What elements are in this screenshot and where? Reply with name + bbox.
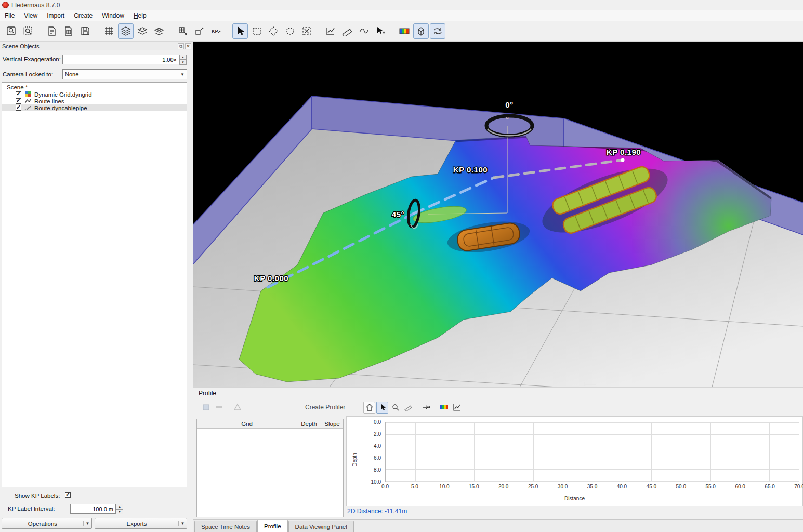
chart-x-tick-label: 20.0 <box>498 484 508 489</box>
chart-gridline-y <box>386 422 799 423</box>
profile-chart-button[interactable] <box>451 402 463 414</box>
profile-zoom-button[interactable] <box>389 402 401 414</box>
shift-grid-tool-button[interactable] <box>175 23 191 39</box>
open-document-button[interactable] <box>61 23 76 39</box>
colormap-button[interactable] <box>397 23 412 39</box>
zoom-tool-button[interactable] <box>4 23 19 39</box>
scene-3d-viewport[interactable]: N 0° 45° KP 0.000 KP 0.100 KP 0.190 <box>193 42 803 387</box>
polygon-select-button[interactable] <box>266 23 281 39</box>
menu-view[interactable]: View <box>19 11 42 20</box>
profile-grid-table[interactable]: Grid Depth Slope <box>196 419 344 517</box>
chart-gridline-y <box>386 458 799 458</box>
profile-curve-button[interactable] <box>356 23 372 39</box>
tab-data-viewing-panel[interactable]: Data Viewing Panel <box>288 521 354 532</box>
profile-remove-button[interactable] <box>213 402 225 414</box>
chart-x-tick-label: 65.0 <box>765 484 774 489</box>
menu-file[interactable]: File <box>0 11 19 20</box>
profile-box-tool-button[interactable] <box>200 402 212 414</box>
vertical-exaggeration-input[interactable] <box>62 55 179 64</box>
menu-import[interactable]: Import <box>42 11 69 20</box>
chart-view-button[interactable] <box>323 23 338 39</box>
layers-mesh-button[interactable] <box>151 23 167 39</box>
scene-objects-header[interactable]: Scene Objects ⧉ ✕ <box>0 42 193 50</box>
layers-points-button[interactable] <box>135 23 150 39</box>
clear-selection-button[interactable] <box>299 23 314 39</box>
tree-item-route-dyncablepipe[interactable]: Route.dyncablepipe <box>2 104 187 111</box>
operations-button[interactable]: Operations ▼ <box>2 518 92 529</box>
chart-gridline-x <box>622 422 622 481</box>
save-button[interactable] <box>77 23 93 39</box>
profile-toolbar: Create Profiler <box>193 400 803 415</box>
profile-measure-button[interactable] <box>402 402 414 414</box>
table-header-row: Grid Depth Slope <box>197 419 343 429</box>
home-view-button[interactable] <box>363 402 375 414</box>
spin-up-icon[interactable]: ▲ <box>116 504 123 509</box>
visibility-checkbox[interactable] <box>16 98 21 104</box>
chart-gridline-x <box>769 422 770 481</box>
zoom-select-tool-button[interactable] <box>20 23 36 39</box>
chart-gridline-x <box>651 422 652 481</box>
tab-space-time-notes[interactable]: Space Time Notes <box>194 521 257 532</box>
tree-item-dynamic-grid[interactable]: Dynamic Grid.dyngrid <box>2 91 187 98</box>
profile-triangle-tool-button[interactable] <box>231 402 243 414</box>
kp-tool-button[interactable]: KP <box>208 23 224 39</box>
pick-add-cursor-button[interactable] <box>373 23 388 39</box>
exports-button[interactable]: Exports ▼ <box>95 518 187 529</box>
vertical-exaggeration-spinner[interactable]: ▲▼ <box>179 55 187 64</box>
profile-colormap-button[interactable] <box>438 402 450 414</box>
measure-tool-button[interactable] <box>339 23 355 39</box>
chevron-down-icon: ▼ <box>83 521 91 526</box>
spin-down-icon[interactable]: ▼ <box>179 60 187 65</box>
chart-x-tick-label: 35.0 <box>587 484 597 489</box>
scene-tree[interactable]: Scene * Dynamic Grid.dyngrid Route.lines… <box>2 82 187 487</box>
visibility-checkbox[interactable] <box>16 105 21 111</box>
table-body-empty[interactable] <box>197 429 343 517</box>
kp-label-interval-label: KP Label Interval: <box>8 506 55 512</box>
show-kp-labels-checkbox[interactable] <box>65 492 71 498</box>
tree-item-label: Route.lines <box>34 98 64 104</box>
scene-tree-root[interactable]: Scene * <box>2 83 187 91</box>
panel-float-icon[interactable]: ⧉ <box>178 43 184 49</box>
vertical-exaggeration-label: Vertical Exaggeration: <box>3 56 61 62</box>
profile-pick-button[interactable] <box>420 402 432 414</box>
select-cursor-button[interactable] <box>232 23 248 39</box>
scale-grid-tool-button[interactable] <box>192 23 207 39</box>
column-header-slope[interactable]: Slope <box>321 419 343 428</box>
tree-item-label: Route.dyncablepipe <box>34 105 87 111</box>
distance-readout: 2D Distance: -11.41m <box>347 508 407 515</box>
profile-panel-title: Profile <box>199 390 216 397</box>
lasso-select-button[interactable] <box>282 23 298 39</box>
chart-y-ticks: 0.02.04.06.08.010.0 <box>365 422 383 482</box>
bounding-cube-button[interactable] <box>413 23 429 39</box>
sync-views-button[interactable] <box>430 23 445 39</box>
surface-layers-button[interactable] <box>118 23 134 39</box>
menu-help[interactable]: Help <box>129 11 151 20</box>
chart-x-tick-label: 70.0 <box>794 484 803 489</box>
bottom-tab-bar: Space Time Notes Profile Data Viewing Pa… <box>193 519 803 532</box>
open-data-file-button[interactable] <box>44 23 60 39</box>
kp-label-interval-input[interactable] <box>70 504 116 514</box>
spin-up-icon[interactable]: ▲ <box>179 55 187 60</box>
profile-plot[interactable] <box>385 422 799 482</box>
visibility-checkbox[interactable] <box>16 91 21 97</box>
chart-y-tick-label: 0.0 <box>374 419 381 425</box>
rectangle-select-button[interactable] <box>249 23 265 39</box>
chart-y-tick-label: 6.0 <box>374 455 381 461</box>
tree-item-route-lines[interactable]: Route.lines <box>2 98 187 104</box>
chart-x-tick-label: 5.0 <box>411 484 418 489</box>
kp-interval-spinner[interactable]: ▲▼ <box>116 504 123 514</box>
menu-create[interactable]: Create <box>69 11 97 20</box>
title-bar[interactable]: Fledermaus 8.7.0 <box>0 0 803 10</box>
panel-close-icon[interactable]: ✕ <box>185 43 191 49</box>
profile-chart[interactable]: Depth 0.02.04.06.08.010.0 0.05.010.015.0… <box>346 416 803 506</box>
camera-locked-dropdown[interactable]: None ▼ <box>62 69 187 79</box>
menu-window[interactable]: Window <box>97 11 129 20</box>
grid-table-button[interactable] <box>101 23 117 39</box>
create-profiler-label[interactable]: Create Profiler <box>305 404 345 411</box>
grid-layer-icon <box>24 91 32 98</box>
tab-profile[interactable]: Profile <box>257 520 288 532</box>
column-header-grid[interactable]: Grid <box>197 419 297 428</box>
profile-cursor-button[interactable] <box>376 402 388 414</box>
column-header-depth[interactable]: Depth <box>297 419 321 428</box>
spin-down-icon[interactable]: ▼ <box>116 509 123 514</box>
